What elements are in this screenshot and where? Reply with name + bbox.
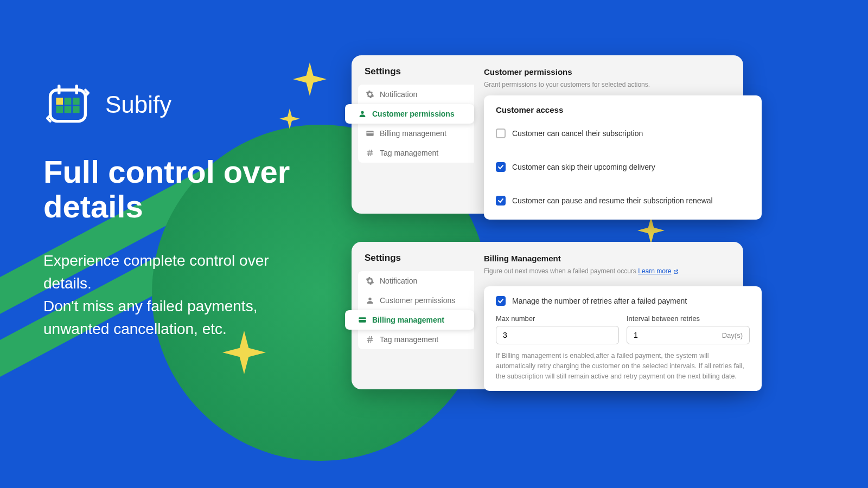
card-icon: [366, 129, 374, 138]
max-number-label: Max number: [496, 314, 619, 323]
sidebar-item-billing[interactable]: Billing management: [358, 124, 474, 143]
subtext: Experience complete control over details…: [43, 249, 315, 341]
svg-point-16: [368, 298, 371, 300]
checkbox-checked[interactable]: [496, 196, 506, 206]
sidebar-item-customer-permissions[interactable]: Customer permissions: [358, 291, 474, 310]
sidebar-item-notification[interactable]: Notification: [358, 271, 474, 291]
logo-icon: [43, 80, 92, 129]
card-icon: [358, 316, 367, 324]
permission-row-cancel[interactable]: Customer can cancel their subscription: [496, 124, 750, 143]
interval-suffix: Day(s): [722, 331, 743, 339]
sidebar-item-tag[interactable]: Tag management: [358, 330, 474, 349]
customer-access-panel: Customer access Customer can cancel thei…: [484, 95, 762, 220]
help-text: If Billing management is enabled,after a…: [496, 351, 750, 381]
learn-more-link[interactable]: Learn more: [638, 267, 678, 275]
content-subtitle: Grant permissions to your customers for …: [484, 81, 732, 88]
svg-line-14: [368, 150, 369, 156]
panel-title: Customer access: [496, 105, 750, 114]
sidebar-item-label: Billing management: [372, 316, 444, 324]
content-title: Billing Management: [484, 254, 732, 263]
gear-icon: [366, 277, 374, 285]
sidebar-item-billing[interactable]: Billing management: [345, 310, 474, 330]
sidebar-item-label: Tag management: [380, 335, 438, 344]
content-subtitle: Figure out next moves when a failed paym…: [484, 267, 732, 275]
max-number-input[interactable]: 3: [496, 326, 619, 344]
sidebar-item-label: Tag management: [380, 149, 438, 157]
content-title: Customer permissions: [484, 67, 732, 76]
checkbox-unchecked[interactable]: [496, 129, 506, 138]
sidebar-item-label: Notification: [380, 277, 417, 285]
sidebar-item-label: Customer permissions: [380, 296, 455, 305]
sparkle-icon: [637, 217, 665, 244]
svg-rect-18: [359, 319, 366, 320]
permission-row-skip[interactable]: Customer can skip their upcoming deliver…: [496, 158, 750, 176]
sidebar-item-label: Billing management: [380, 129, 446, 138]
svg-line-21: [368, 336, 369, 343]
svg-rect-8: [73, 106, 80, 113]
sidebar-item-notification[interactable]: Notification: [358, 85, 474, 104]
svg-rect-11: [366, 132, 373, 133]
logo-text: Subify: [105, 91, 171, 118]
svg-rect-0: [50, 90, 86, 121]
svg-rect-3: [56, 98, 63, 105]
permission-label: Customer can cancel their subscription: [512, 129, 643, 138]
svg-line-15: [371, 150, 371, 156]
sidebar-title: Settings: [352, 66, 474, 85]
checkbox-checked[interactable]: [496, 162, 506, 172]
sidebar-item-customer-permissions[interactable]: Customer permissions: [345, 104, 474, 124]
permission-label: Customer can pause and resume their subs…: [512, 196, 713, 205]
hash-icon: [366, 149, 374, 157]
interval-label: Interval between retries: [627, 314, 750, 323]
person-icon: [366, 296, 374, 305]
external-link-icon: [673, 269, 679, 274]
svg-rect-7: [65, 106, 72, 113]
svg-rect-4: [65, 98, 72, 105]
sidebar-title: Settings: [352, 253, 474, 271]
svg-rect-6: [56, 106, 63, 113]
person-icon: [358, 110, 367, 118]
billing-retry-panel: Manage the number of retries after a fai…: [484, 286, 762, 391]
permission-label: Customer can skip their upcoming deliver…: [512, 163, 655, 171]
interval-input[interactable]: 1 Day(s): [627, 326, 750, 344]
sparkle-icon: [279, 108, 300, 129]
svg-rect-5: [73, 98, 80, 105]
svg-point-9: [361, 111, 363, 114]
permission-row-pause[interactable]: Customer can pause and resume their subs…: [496, 191, 750, 210]
checkbox-checked[interactable]: [496, 296, 506, 306]
manage-retries-row[interactable]: Manage the number of retries after a fai…: [496, 296, 750, 306]
sidebar-item-label: Customer permissions: [372, 110, 455, 118]
headline: Full control over details: [43, 155, 326, 224]
sparkle-icon: [293, 62, 327, 96]
hash-icon: [366, 335, 374, 344]
sidebar-item-label: Notification: [380, 90, 417, 99]
sidebar-item-tag[interactable]: Tag management: [358, 143, 474, 163]
svg-line-22: [371, 336, 371, 343]
manage-retries-label: Manage the number of retries after a fai…: [512, 297, 687, 305]
gear-icon: [366, 90, 374, 99]
